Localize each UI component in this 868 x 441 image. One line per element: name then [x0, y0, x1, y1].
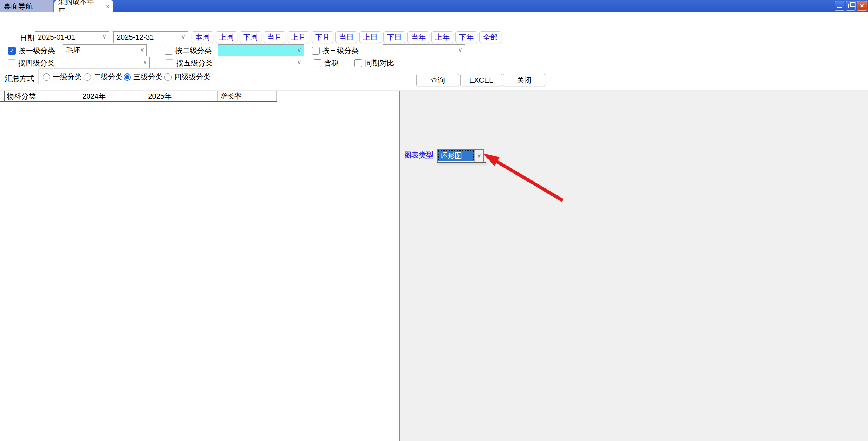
chart-area: 图表类型 环形图 ∨: [400, 91, 868, 441]
query-button-label: 查询: [430, 75, 445, 85]
chevron-down-icon[interactable]: ∨: [181, 33, 185, 40]
red-annotation-arrow: [476, 150, 567, 204]
radio-label: 四级级分类: [174, 72, 210, 82]
quick-range-button[interactable]: 当年: [407, 31, 429, 43]
quick-range-button[interactable]: 上日: [359, 31, 381, 43]
checkbox-compare-label: 同期对比: [365, 58, 394, 68]
material-cost-table: 物料分类2024年2025年增长率: [0, 91, 400, 441]
checkbox-level2-label: 按二级分类: [175, 46, 212, 56]
checkbox-tax-label: 含税: [324, 58, 339, 68]
quick-range-button[interactable]: 当日: [335, 31, 357, 43]
checkbox-level3-label: 按三级分类: [322, 46, 359, 56]
checkbox-level5[interactable]: ✓ 按五级分类: [166, 58, 213, 68]
checkbox-icon[interactable]: ✓: [354, 59, 362, 67]
checkbox-icon[interactable]: ✓: [8, 47, 16, 55]
excel-button[interactable]: EXCEL: [460, 74, 502, 86]
chart-type-label: 图表类型: [404, 150, 433, 160]
radio-label: 二级分类: [93, 72, 122, 82]
level5-combo[interactable]: ∨: [217, 57, 304, 68]
checkbox-icon[interactable]: ✓: [314, 59, 321, 67]
checkbox-level2[interactable]: ✓ 按二级分类: [165, 46, 212, 56]
level3-combo[interactable]: ∨: [383, 44, 465, 56]
checkbox-level4[interactable]: ✓ 按四级分类: [8, 58, 55, 68]
level1-combo[interactable]: 毛坯 ∨: [63, 44, 147, 56]
date-from-value: 2025-01-01: [38, 33, 75, 41]
close-window-button[interactable]: ×: [857, 1, 867, 11]
quick-range-button[interactable]: 下月: [312, 31, 333, 43]
tab-purchase-cost-annual[interactable]: 采购成本年度... ×: [54, 0, 113, 12]
checkbox-icon[interactable]: ✓: [165, 47, 172, 55]
radio-label: 三级分类: [133, 72, 162, 82]
summary-radio-4[interactable]: 四级级分类: [164, 72, 210, 82]
date-to-value: 2025-12-31: [117, 33, 154, 41]
summary-radio-2[interactable]: 二级分类: [84, 72, 122, 82]
filter-area: 日期 2025-01-01 ∨ ~ 2025-12-31 ∨ 本周上周下周当月上…: [0, 12, 868, 90]
minimize-icon: [837, 7, 842, 8]
quick-range-buttons: 本周上周下周当月上月下月当日上日下日当年上年下年全部: [192, 31, 501, 43]
row-header-corner: [0, 91, 4, 102]
excel-button-label: EXCEL: [469, 76, 493, 84]
date-from-combo[interactable]: 2025-01-01 ∨: [35, 31, 109, 43]
chevron-down-icon[interactable]: ∨: [143, 59, 147, 65]
tab-desktop-nav-label: 桌面导航: [4, 1, 33, 11]
quick-range-button[interactable]: 下周: [240, 31, 261, 43]
radio-label: 一级分类: [53, 72, 82, 82]
chevron-down-icon[interactable]: ∨: [102, 33, 107, 40]
column-header[interactable]: 物料分类: [4, 91, 80, 102]
column-header[interactable]: 2024年: [80, 91, 146, 102]
close-button[interactable]: 关闭: [503, 74, 545, 86]
quick-range-button[interactable]: 上月: [288, 31, 309, 43]
level2-combo[interactable]: ∨: [218, 44, 304, 56]
checkbox-level5-label: 按五级分类: [176, 58, 213, 68]
column-header[interactable]: 增长率: [217, 91, 276, 102]
radio-icon[interactable]: [84, 74, 91, 81]
level1-value: 毛坯: [66, 45, 80, 55]
level4-combo[interactable]: ∨: [63, 57, 150, 68]
chevron-down-icon[interactable]: ∨: [140, 46, 144, 53]
tab-close-icon[interactable]: ×: [105, 3, 110, 10]
radio-icon[interactable]: [164, 74, 172, 81]
window-controls: ×: [835, 1, 867, 11]
checkbox-compare[interactable]: ✓ 同期对比: [354, 58, 394, 68]
date-to-combo[interactable]: 2025-12-31 ∨: [113, 31, 188, 43]
checkbox-tax[interactable]: ✓ 含税: [314, 58, 339, 68]
summary-radio-1[interactable]: 一级分类: [43, 72, 82, 82]
tab-desktop-nav[interactable]: 桌面导航: [0, 0, 54, 12]
checkbox-level1[interactable]: ✓ 按一级分类: [8, 46, 55, 56]
checkbox-icon[interactable]: ✓: [312, 47, 320, 55]
restore-button[interactable]: [846, 1, 856, 11]
checkbox-level4-label: 按四级分类: [18, 58, 55, 68]
minimize-button[interactable]: [835, 1, 844, 11]
restore-icon: [848, 4, 853, 8]
table-header-row: 物料分类2024年2025年增长率: [0, 91, 400, 102]
checkbox-level3[interactable]: ✓ 按三级分类: [312, 46, 359, 56]
chevron-down-icon[interactable]: ∨: [297, 59, 301, 65]
quick-range-button[interactable]: 全部: [479, 31, 501, 43]
quick-range-button[interactable]: 下年: [455, 31, 477, 43]
date-label: 日期: [20, 33, 35, 43]
radio-icon[interactable]: [43, 74, 50, 81]
query-button[interactable]: 查询: [416, 74, 459, 86]
quick-range-button[interactable]: 上周: [216, 31, 237, 43]
summary-mode-label: 汇总方式: [5, 74, 34, 83]
quick-range-button[interactable]: 本周: [192, 31, 213, 43]
quick-range-button[interactable]: 下日: [383, 31, 405, 43]
title-bar: 桌面导航 采购成本年度... × ×: [0, 0, 868, 12]
checkbox-level1-label: 按一级分类: [19, 46, 55, 56]
checkbox-icon[interactable]: ✓: [8, 59, 15, 67]
chevron-down-icon[interactable]: ∨: [297, 46, 301, 53]
checkbox-icon[interactable]: ✓: [166, 59, 173, 67]
close-button-label: 关闭: [517, 75, 531, 85]
summary-radio-3[interactable]: 三级分类: [124, 72, 162, 82]
quick-range-button[interactable]: 上年: [431, 31, 453, 43]
column-header[interactable]: 2025年: [146, 91, 217, 102]
radio-icon[interactable]: [124, 74, 131, 81]
quick-range-button[interactable]: 当月: [264, 31, 285, 43]
close-icon: ×: [860, 2, 864, 10]
chart-type-value: 环形图: [438, 150, 474, 161]
chevron-down-icon[interactable]: ∨: [458, 46, 462, 53]
